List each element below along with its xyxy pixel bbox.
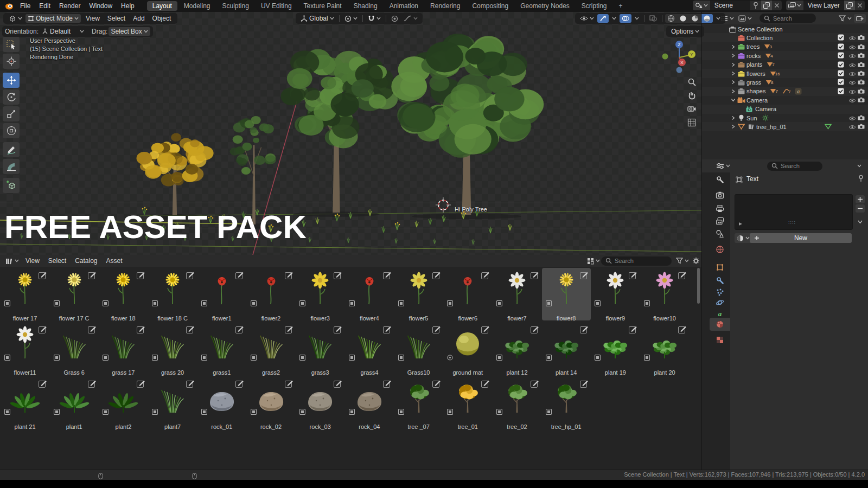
tool-rotate-button[interactable] <box>3 89 20 105</box>
asset-edit-icon[interactable] <box>432 271 441 281</box>
workspace-tab-shading[interactable]: Shading <box>348 1 383 11</box>
outliner-row-trees[interactable]: trees3 <box>702 42 868 52</box>
asset-edit-icon[interactable] <box>39 271 47 281</box>
pan-hand-icon[interactable] <box>687 91 697 102</box>
asset-edit-icon[interactable] <box>678 325 687 336</box>
asset-edit-icon[interactable] <box>137 271 145 281</box>
properties-tab-scene[interactable] <box>710 227 730 240</box>
outliner-row-flowers[interactable]: flowers16 <box>702 69 868 78</box>
asset-edit-icon[interactable] <box>629 325 637 336</box>
hide-eye-toggle[interactable] <box>848 71 856 78</box>
outliner-filter-dropdown[interactable] <box>837 14 854 23</box>
navigation-gizmo[interactable]: Z Y X <box>661 39 698 78</box>
properties-tab-texture[interactable] <box>710 333 730 346</box>
asset-menu-catalog[interactable]: Catalog <box>71 255 101 267</box>
asset-edit-icon[interactable] <box>39 379 47 390</box>
render-camera-toggle[interactable] <box>858 53 865 59</box>
shading-rendered-button[interactable] <box>701 14 713 23</box>
outliner-row-shapes[interactable]: shapes77a <box>702 87 868 96</box>
expand-chevron-icon[interactable] <box>729 80 737 85</box>
scene-copy-button[interactable] <box>761 1 772 10</box>
menu-help[interactable]: Help <box>117 0 139 12</box>
view-layer-copy-button[interactable] <box>844 1 855 10</box>
asset-card-grass4[interactable]: grass4 <box>345 322 394 375</box>
asset-edit-icon[interactable] <box>432 379 441 390</box>
tool-transform-button[interactable] <box>3 123 20 138</box>
scene-delete-icon[interactable] <box>772 1 782 10</box>
asset-card-flower2[interactable]: flower2 <box>247 268 296 320</box>
hide-eye-toggle[interactable] <box>848 53 856 60</box>
asset-card-flower9[interactable]: flower9 <box>591 268 640 320</box>
render-camera-toggle[interactable] <box>858 115 865 121</box>
menu-render[interactable]: Render <box>55 0 85 12</box>
workspace-tab-uv-editing[interactable]: UV Editing <box>256 1 297 11</box>
workspace-tab-animation[interactable]: Animation <box>384 1 424 11</box>
hide-eye-toggle[interactable] <box>848 89 856 95</box>
expand-chevron-icon[interactable] <box>729 89 737 94</box>
asset-card-grass3[interactable]: grass3 <box>296 322 344 375</box>
editor-type-assets-button[interactable] <box>3 256 21 265</box>
scene-icon[interactable] <box>693 1 710 10</box>
properties-search-input[interactable]: Search <box>767 162 822 171</box>
viewport-menu-add[interactable]: Add <box>129 12 148 24</box>
asset-edit-icon[interactable] <box>186 271 195 281</box>
workspace-tab-layout[interactable]: Layout <box>147 1 177 11</box>
properties-tab-modifiers[interactable] <box>710 274 730 287</box>
transform-orientation-dropdown[interactable]: Global <box>298 14 336 23</box>
object-visibility-dropdown[interactable] <box>578 14 596 23</box>
outliner-row-camera[interactable]: Camera <box>702 95 868 105</box>
display-mode-grid-dropdown[interactable] <box>585 256 602 265</box>
hide-eye-toggle[interactable] <box>848 44 856 51</box>
asset-card-grass-17[interactable]: grass 17 <box>99 322 148 375</box>
asset-edit-icon[interactable] <box>629 271 637 281</box>
ortho-grid-icon[interactable] <box>687 118 697 130</box>
tool-move-button[interactable] <box>3 73 20 88</box>
pin-icon[interactable] <box>858 175 864 184</box>
workspace-tab-modeling[interactable]: Modeling <box>178 1 216 11</box>
new-collection-button[interactable] <box>854 14 866 23</box>
outliner-row-grass[interactable]: grass8 <box>702 78 868 87</box>
asset-edit-icon[interactable] <box>235 271 244 281</box>
asset-edit-icon[interactable] <box>531 271 539 281</box>
render-camera-toggle[interactable] <box>858 44 865 50</box>
xray-toggle[interactable] <box>647 14 659 23</box>
shading-wireframe-button[interactable] <box>665 14 677 23</box>
outliner-display-dropdown[interactable] <box>736 14 754 23</box>
workspace-add-tab-button[interactable]: + <box>614 1 628 11</box>
workspace-tab-sculpting[interactable]: Sculpting <box>217 1 254 11</box>
asset-card-flower11[interactable]: flower11 <box>1 322 49 375</box>
asset-card-flower-17[interactable]: flower 17 <box>1 268 49 320</box>
viewport-3d[interactable]: Object Mode ViewSelectAddObject Global <box>0 12 701 255</box>
asset-card-plant-12[interactable]: plant 12 <box>493 322 541 375</box>
menu-edit[interactable]: Edit <box>35 0 55 12</box>
asset-card-ground-mat[interactable]: ground mat <box>443 322 492 375</box>
asset-card-plant-19[interactable]: plant 19 <box>591 322 640 375</box>
tool-select-box-button[interactable] <box>3 37 20 52</box>
menu-file[interactable]: File <box>16 0 35 12</box>
hide-eye-toggle[interactable] <box>848 124 856 131</box>
asset-edit-icon[interactable] <box>580 325 589 336</box>
shading-solid-button[interactable] <box>677 14 689 23</box>
asset-edit-icon[interactable] <box>334 379 342 390</box>
view-layer-icon[interactable] <box>786 1 803 10</box>
menu-window[interactable]: Window <box>85 0 117 12</box>
asset-card-flower5[interactable]: flower5 <box>394 268 443 320</box>
asset-edit-icon[interactable] <box>285 271 293 281</box>
proportional-falloff-dropdown[interactable] <box>401 14 420 23</box>
exclude-checkbox[interactable] <box>838 88 844 95</box>
asset-edit-icon[interactable] <box>678 271 687 281</box>
asset-card-tree-01[interactable]: tree_01 <box>443 376 492 429</box>
asset-card-tree-02[interactable]: tree_02 <box>493 376 541 429</box>
asset-search-input[interactable]: Search <box>601 256 672 266</box>
outliner-row-rocks[interactable]: rocks4 <box>702 51 868 60</box>
asset-menu-view[interactable]: View <box>21 255 44 267</box>
properties-tab-render[interactable] <box>710 189 730 202</box>
asset-card-flower-18[interactable]: flower 18 <box>99 268 148 320</box>
tool-scale-button[interactable] <box>3 106 20 121</box>
asset-card-flower3[interactable]: flower3 <box>296 268 344 320</box>
asset-edit-icon[interactable] <box>88 271 97 281</box>
proportional-editing-toggle[interactable] <box>389 14 400 23</box>
slot-specials-chevron[interactable] <box>856 218 865 226</box>
exclude-checkbox[interactable] <box>838 34 844 42</box>
expand-chevron-icon[interactable] <box>729 53 737 58</box>
